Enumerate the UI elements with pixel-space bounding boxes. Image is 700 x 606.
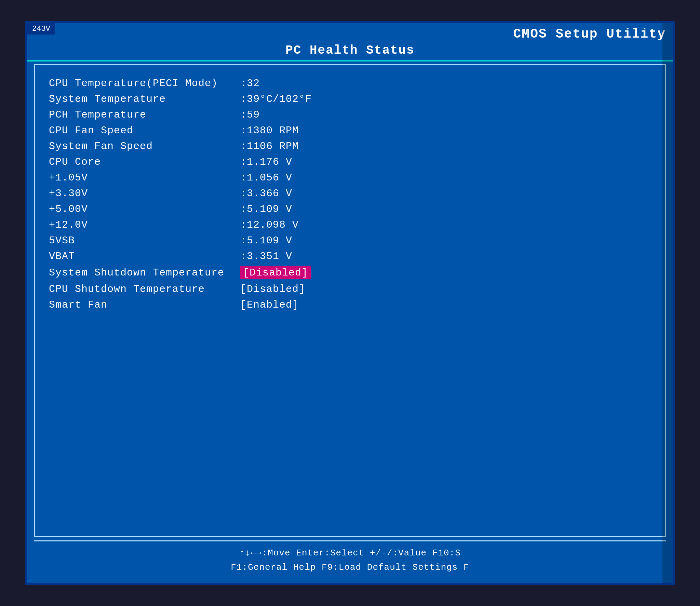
status-row[interactable]: CPU Shutdown Temperature[Disabled] — [49, 281, 651, 297]
status-value: :1.176 V — [240, 156, 292, 168]
status-label: +1.05V — [49, 172, 240, 184]
status-label: +12.0V — [49, 219, 240, 231]
status-row: CPU Temperature(PECI Mode):32 — [49, 76, 651, 91]
status-row: System Temperature:39°C/102°F — [49, 91, 651, 107]
status-row: VBAT:3.351 V — [49, 248, 651, 264]
status-row: +12.0V:12.098 V — [49, 217, 651, 233]
status-row: PCH Temperature:59 — [49, 107, 651, 123]
status-value: :5.109 V — [240, 235, 292, 246]
status-value: :1106 RPM — [240, 140, 299, 152]
status-row: CPU Fan Speed:1380 RPM — [49, 123, 651, 138]
header-separator — [27, 60, 673, 62]
status-label: VBAT — [49, 251, 240, 262]
status-label: Smart Fan — [49, 299, 240, 311]
status-label: +3.30V — [49, 188, 240, 199]
status-label: System Shutdown Temperature — [49, 267, 240, 279]
status-value: :1380 RPM — [240, 125, 299, 136]
status-label: System Fan Speed — [49, 140, 240, 152]
status-label: CPU Temperature(PECI Mode) — [49, 78, 240, 89]
status-value: :32 — [240, 78, 260, 89]
status-value: :12.098 V — [240, 219, 299, 231]
status-row: 5VSB:5.109 V — [49, 233, 651, 248]
footer-area: ↑↓←→:Move Enter:Select +/-/:Value F10:S … — [34, 540, 666, 579]
header-area: CMOS Setup Utility PC Health Status — [27, 23, 673, 57]
status-value: [Enabled] — [240, 299, 299, 311]
status-value: :3.351 V — [240, 251, 292, 262]
status-label: System Temperature — [49, 93, 240, 105]
status-row: +5.00V:5.109 V — [49, 201, 651, 217]
status-label: PCH Temperature — [49, 109, 240, 121]
status-row: +1.05V:1.056 V — [49, 170, 651, 186]
footer-line-1: ↑↓←→:Move Enter:Select +/-/:Value F10:S — [41, 546, 659, 561]
status-label: CPU Shutdown Temperature — [49, 283, 240, 295]
status-row: +3.30V:3.366 V — [49, 186, 651, 201]
content-box: CPU Temperature(PECI Mode):32System Temp… — [34, 64, 666, 537]
status-value: [Disabled] — [240, 283, 305, 295]
page-title: PC Health Status — [34, 43, 666, 57]
status-row: System Fan Speed:1106 RPM — [49, 138, 651, 154]
status-value: :59 — [240, 109, 260, 121]
status-row[interactable]: System Shutdown Temperature[Disabled] — [49, 264, 651, 281]
status-row: CPU Core:1.176 V — [49, 154, 651, 170]
voltage-indicator: 243V — [32, 25, 50, 33]
status-label: 5VSB — [49, 235, 240, 246]
app-title: CMOS Setup Utility — [34, 27, 666, 41]
status-row[interactable]: Smart Fan[Enabled] — [49, 297, 651, 313]
status-value: :39°C/102°F — [240, 93, 312, 105]
status-value: :1.056 V — [240, 172, 292, 184]
bios-screen: 243V CMOS Setup Utility PC Health Status… — [25, 21, 675, 585]
status-value: :5.109 V — [240, 203, 292, 215]
status-label: CPU Fan Speed — [49, 125, 240, 136]
status-label: +5.00V — [49, 203, 240, 215]
top-status-bar: 243V — [27, 23, 55, 35]
status-value: [Disabled] — [240, 266, 311, 279]
footer-line-2: F1:General Help F9:Load Default Settings… — [41, 561, 659, 575]
status-value: :3.366 V — [240, 188, 292, 199]
status-label: CPU Core — [49, 156, 240, 168]
